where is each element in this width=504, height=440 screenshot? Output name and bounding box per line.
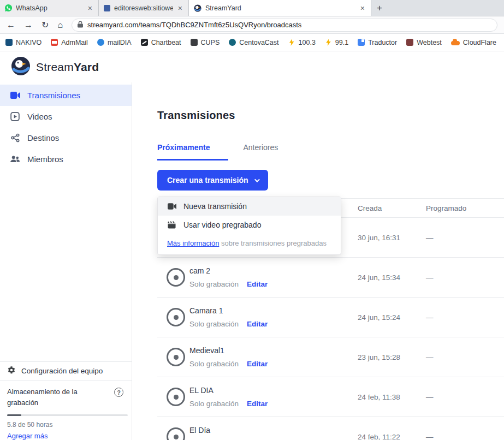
reload-icon[interactable]: ↻ bbox=[41, 21, 49, 29]
help-icon[interactable]: ? bbox=[114, 388, 123, 397]
bookmark-centovacast[interactable]: CentovaCast bbox=[229, 39, 278, 46]
broadcast-title: El Día bbox=[189, 425, 210, 436]
create-broadcast-button[interactable]: Crear una transmisión bbox=[157, 170, 268, 191]
broadcast-row[interactable]: Medieval1 Solo grabación Editar 23 jun, … bbox=[157, 337, 504, 377]
edit-link[interactable]: Editar bbox=[247, 359, 268, 370]
tab-proximamente[interactable]: Próximamente bbox=[157, 143, 228, 160]
scheduled-cell: — bbox=[426, 433, 504, 440]
sidebar-item-miembros[interactable]: Miembros bbox=[0, 148, 132, 170]
streamyard-logo[interactable]: StreamYard bbox=[11, 56, 99, 78]
bookmark-admmail[interactable]: AdmMail bbox=[51, 39, 88, 46]
edit-link[interactable]: Editar bbox=[247, 279, 268, 290]
edit-link[interactable]: Editar bbox=[247, 319, 268, 330]
broadcast-name-cell: El Día bbox=[157, 425, 358, 440]
broadcast-name-cell: cam 2 Solo grabación Editar bbox=[157, 265, 358, 290]
forward-icon[interactable]: → bbox=[24, 21, 33, 29]
chartbeat-icon bbox=[141, 39, 148, 46]
broadcast-subtitle-row: Solo grabación Editar bbox=[189, 319, 268, 330]
tab-streamyard[interactable]: StreamYard × bbox=[189, 0, 371, 16]
lightning-icon bbox=[288, 39, 295, 46]
broadcast-title: Medieval1 bbox=[189, 345, 268, 356]
tab-title: StreamYard bbox=[205, 4, 355, 12]
url-input[interactable] bbox=[87, 21, 491, 29]
bookmark-label: Traductor bbox=[368, 39, 397, 46]
created-cell: 24 jun, 15:24 bbox=[358, 313, 426, 322]
broadcast-row[interactable]: El Día 24 feb, 11:22 — bbox=[157, 417, 504, 440]
gear-icon bbox=[7, 366, 16, 376]
add-more-link[interactable]: Agregar más bbox=[7, 432, 124, 440]
record-icon bbox=[167, 427, 185, 440]
sidebar-item-destinos[interactable]: Destinos bbox=[0, 127, 132, 148]
cloud-icon bbox=[451, 41, 460, 45]
create-broadcast-dropdown: Nueva transmisión Usar video pregrabado … bbox=[157, 197, 341, 255]
lock-icon bbox=[78, 21, 83, 29]
clapperboard-icon bbox=[167, 221, 176, 229]
storage-title: Almacenamiento de la grabación bbox=[7, 387, 99, 408]
broadcast-text: El Día bbox=[189, 425, 210, 440]
team-settings-button[interactable]: Configuración del equipo bbox=[0, 361, 132, 380]
mail-dove-icon bbox=[97, 39, 104, 46]
record-icon bbox=[167, 268, 185, 287]
home-icon[interactable]: ⌂ bbox=[57, 21, 63, 29]
broadcast-subtitle-row: Solo grabación Editar bbox=[189, 359, 268, 370]
broadcast-row[interactable]: EL DIA Solo grabación Editar 24 feb, 11:… bbox=[157, 377, 504, 417]
broadcast-name-cell: Medieval1 Solo grabación Editar bbox=[157, 345, 358, 370]
menu-item-label: Nueva transmisión bbox=[183, 202, 247, 211]
broadcast-subtitle-row bbox=[189, 438, 210, 440]
bookmark-cloudflare[interactable]: CloudFlare bbox=[451, 39, 496, 46]
webtest-icon bbox=[406, 39, 413, 46]
broadcast-subtitle-row: Solo grabación Editar bbox=[189, 279, 268, 290]
close-icon[interactable]: × bbox=[359, 4, 366, 12]
broadcast-text: cam 2 Solo grabación Editar bbox=[189, 265, 268, 290]
bookmark-chartbeat[interactable]: Chartbeat bbox=[141, 39, 181, 46]
close-icon[interactable]: × bbox=[177, 4, 183, 12]
broadcast-subtitle: Solo grabación bbox=[189, 279, 239, 290]
edit-link[interactable]: Editar bbox=[247, 399, 268, 409]
record-icon bbox=[167, 348, 185, 366]
bookmark-label: AdmMail bbox=[61, 39, 88, 46]
bookmark-100-3[interactable]: 100.3 bbox=[288, 39, 316, 46]
scheduled-cell: — bbox=[426, 234, 504, 242]
logo-text: StreamYard bbox=[36, 61, 99, 74]
tab-anteriores[interactable]: Anteriores bbox=[243, 143, 278, 160]
close-icon[interactable]: × bbox=[87, 4, 93, 12]
bookmark-maildia[interactable]: mailDIA bbox=[97, 39, 132, 46]
more-info-link[interactable]: Más información bbox=[167, 239, 219, 247]
bookmark-nakivo[interactable]: NAKIVO bbox=[5, 39, 41, 46]
logo-part2: Yard bbox=[74, 61, 99, 73]
record-icon bbox=[167, 388, 185, 406]
share-icon bbox=[10, 133, 20, 142]
bookmark-traductor[interactable]: Traductor bbox=[358, 39, 397, 46]
bookmark-cups[interactable]: CUPS bbox=[191, 39, 220, 46]
created-cell: 30 jun, 16:31 bbox=[358, 234, 426, 242]
video-camera-icon bbox=[10, 92, 20, 99]
eldia-site-icon bbox=[104, 5, 110, 11]
bookmark-label: NAKIVO bbox=[16, 39, 41, 46]
sidebar-item-label: Videos bbox=[27, 112, 52, 121]
tab-title: WhatsApp bbox=[16, 4, 83, 12]
create-broadcast-label: Crear una transmisión bbox=[167, 176, 248, 185]
bookmark-webtest[interactable]: Webtest bbox=[406, 39, 442, 46]
browser-toolbar: ← → ↻ ⌂ bbox=[0, 16, 504, 34]
broadcast-row[interactable]: Camara 1 Solo grabación Editar 24 jun, 1… bbox=[157, 298, 504, 337]
tab-editoresweb[interactable]: editoresweb:sitioweb:eldia.co × bbox=[99, 0, 189, 16]
back-icon[interactable]: ← bbox=[7, 21, 15, 29]
broadcast-text: Medieval1 Solo grabación Editar bbox=[189, 345, 268, 370]
page-title: Transmisiones bbox=[157, 109, 504, 122]
bookmark-99-1[interactable]: 99.1 bbox=[325, 39, 348, 46]
sidebar-item-transmisiones[interactable]: Transmisiones bbox=[0, 85, 132, 106]
lightning-icon bbox=[325, 39, 332, 46]
broadcast-subtitle: Solo grabación bbox=[189, 359, 239, 370]
menu-item-nueva-transmision[interactable]: Nueva transmisión bbox=[158, 197, 341, 216]
sidebar-item-videos[interactable]: Videos bbox=[0, 106, 132, 127]
storage-progress-fill bbox=[7, 414, 21, 416]
new-tab-button[interactable]: + bbox=[371, 0, 388, 16]
tab-whatsapp[interactable]: WhatsApp × bbox=[0, 0, 99, 16]
menu-item-video-pregrabado[interactable]: Usar video pregrabado bbox=[158, 216, 341, 234]
app-body: Transmisiones Videos Destinos Miembros bbox=[0, 82, 504, 440]
broadcast-row[interactable]: cam 2 Solo grabación Editar 24 jun, 15:3… bbox=[157, 258, 504, 298]
sidebar-spacer bbox=[0, 170, 132, 361]
header-scheduled: Programado bbox=[426, 204, 504, 212]
address-bar[interactable] bbox=[72, 19, 497, 32]
broadcast-subtitle-row: Solo grabación Editar bbox=[189, 399, 268, 409]
